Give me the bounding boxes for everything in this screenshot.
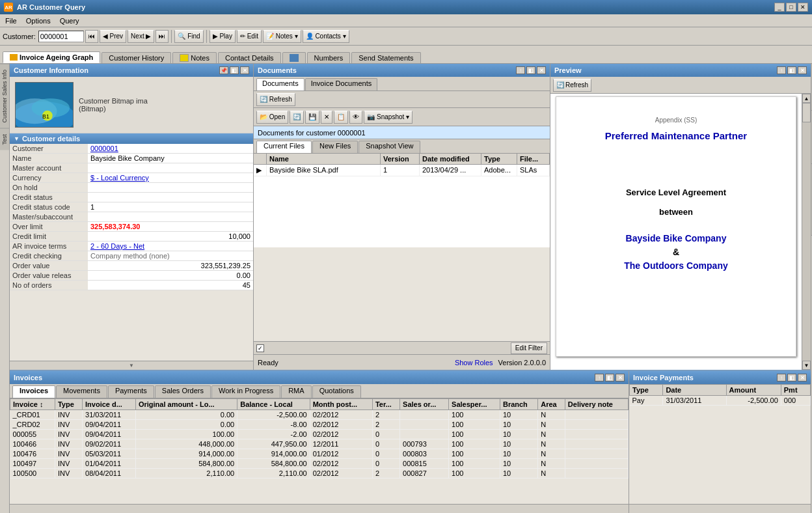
field-currency-value[interactable]: $ - Local Currency xyxy=(90,174,149,182)
inv-tab-movements[interactable]: Movements xyxy=(56,385,107,398)
doc-copy-button[interactable]: 📋 xyxy=(334,111,348,124)
invoices-header-controls[interactable]: ↑ ◧ ✕ xyxy=(595,374,625,381)
tab-invoice-ageing[interactable]: Invoice Ageing Graph xyxy=(3,51,100,63)
inv-col-area[interactable]: Area xyxy=(538,399,565,410)
panel-header-controls[interactable]: 📌 ◧ ✕ xyxy=(219,66,249,74)
edit-button[interactable]: ✏ Edit xyxy=(237,30,262,43)
inv-pay-col-date[interactable]: Date xyxy=(663,385,726,396)
scroll-track[interactable] xyxy=(802,103,811,361)
doc-subtab-snapshot[interactable]: Snapshot View xyxy=(359,141,420,153)
doc-delete-button[interactable]: ✕ xyxy=(321,111,332,124)
doc-snapshot-button[interactable]: 📷 Snapshot ▾ xyxy=(364,111,413,124)
inv-col-balance[interactable]: Balance - Local xyxy=(237,399,310,410)
menu-options[interactable]: Options xyxy=(23,16,53,25)
preview-scrollbar[interactable]: ▲ ▼ xyxy=(802,94,811,370)
inv-pay-float-button[interactable]: ◧ xyxy=(787,374,796,381)
tab-notes[interactable]: Notes xyxy=(172,52,217,63)
invoice-table-wrap[interactable]: Invoice ↕ Type Invoice d... Original amo… xyxy=(10,398,629,504)
play-button[interactable]: ▶ Play xyxy=(210,30,236,43)
doc-view-button[interactable]: 👁 xyxy=(349,111,362,124)
maximize-button[interactable]: □ xyxy=(786,3,796,12)
field-customer-value[interactable]: 0000001 xyxy=(90,145,118,152)
inv-col-terms[interactable]: Ter... xyxy=(372,399,399,410)
table-row[interactable]: 100466 INV 09/02/2011 448,000.00 447,950… xyxy=(10,439,629,449)
preview-scroll-content[interactable]: Appendix (SS) Preferred Maintenance Part… xyxy=(550,94,802,370)
invoice-horizontal-scrollbar[interactable] xyxy=(10,504,629,513)
preview-panel-controls[interactable]: ↑ ◧ ✕ xyxy=(777,66,807,74)
inv-tab-sales-orders[interactable]: Sales Orders xyxy=(155,385,211,398)
tab-numbers[interactable]: Numbers xyxy=(307,52,351,63)
doc-col-name[interactable]: Name xyxy=(267,154,381,164)
doc-panel-controls[interactable]: ↑ ◧ ✕ xyxy=(516,66,546,74)
doc-col-type[interactable]: Type xyxy=(481,154,517,164)
inv-pin-button[interactable]: ↑ xyxy=(595,374,604,381)
inv-tab-quotations[interactable]: Quotations xyxy=(312,385,361,398)
tab-send-statements[interactable]: Send Statements xyxy=(351,52,420,63)
scroll-up-arrow[interactable]: ▲ xyxy=(802,94,811,103)
doc-pin-button[interactable]: ↑ xyxy=(516,66,525,74)
doc-list-row[interactable]: ▶ Bayside Bike SLA.pdf 1 2013/04/29 ... … xyxy=(254,165,550,176)
nav-next-button[interactable]: Next ▶ xyxy=(128,30,154,43)
doc-refresh2-button[interactable]: 🔄 xyxy=(290,111,304,124)
inv-pay-col-amount[interactable]: Amount xyxy=(726,385,781,396)
doc-col-file[interactable]: File... xyxy=(517,154,550,164)
doc-col-date[interactable]: Date modified xyxy=(420,154,481,164)
close-button[interactable]: ✕ xyxy=(798,3,808,12)
inv-col-branch[interactable]: Branch xyxy=(500,399,537,410)
show-roles-button[interactable]: Show Roles xyxy=(455,359,493,367)
customer-scroll-bar[interactable]: ▼ xyxy=(10,361,253,370)
doc-tab-invoice-docs[interactable]: Invoice Documents xyxy=(305,78,378,90)
inv-col-invoice[interactable]: Invoice ↕ xyxy=(10,399,55,410)
customer-fields-scroll[interactable]: Customer 0000001 Name Bayside Bike Compa… xyxy=(10,144,253,361)
inv-tab-rma[interactable]: RMA xyxy=(281,385,311,398)
tab-contact-details[interactable]: Contact Details xyxy=(218,52,281,63)
window-controls[interactable]: _ □ ✕ xyxy=(774,3,808,12)
inv-col-month[interactable]: Month post... xyxy=(310,399,372,410)
inv-payments-controls[interactable]: ↑ ◧ ✕ xyxy=(777,374,807,381)
inv-payments-scrollbar[interactable] xyxy=(629,504,811,513)
nav-first-button[interactable]: ⏮ xyxy=(85,30,98,43)
inv-close-button[interactable]: ✕ xyxy=(616,374,625,381)
inv-float-button[interactable]: ◧ xyxy=(605,374,614,381)
table-row[interactable]: _CRD02 INV 09/04/2011 0.00 -8.00 02/2012… xyxy=(10,420,629,430)
doc-float-button[interactable]: ◧ xyxy=(526,66,535,74)
table-row[interactable]: 000055 INV 09/04/2011 100.00 -2.00 02/20… xyxy=(10,430,629,439)
notes-button[interactable]: 📝 Notes ▾ xyxy=(263,30,301,43)
vtab-test[interactable]: Test xyxy=(0,128,9,150)
preview-float-button[interactable]: ◧ xyxy=(787,66,796,74)
preview-refresh-button[interactable]: 🔄 Refresh xyxy=(553,79,591,92)
inv-tab-wip[interactable]: Work in Progress xyxy=(211,385,280,398)
preview-pin-button[interactable]: ↑ xyxy=(777,66,786,74)
inv-pay-pin-button[interactable]: ↑ xyxy=(777,374,786,381)
panel-pin-button[interactable]: 📌 xyxy=(219,66,228,74)
menu-query[interactable]: Query xyxy=(57,16,82,25)
table-row[interactable]: 100497 INV 01/04/2011 584,800.00 584,800… xyxy=(10,459,629,469)
table-row[interactable]: _CRD01 INV 31/03/2011 0.00 -2,500.00 02/… xyxy=(10,410,629,420)
tab-chart2[interactable] xyxy=(282,52,306,63)
preview-close-button[interactable]: ✕ xyxy=(798,66,807,74)
contacts-button[interactable]: 👤 Contacts ▾ xyxy=(303,30,349,43)
inv-pay-col-type[interactable]: Type xyxy=(630,385,663,396)
doc-refresh-button[interactable]: 🔄 Refresh xyxy=(256,93,295,106)
table-row[interactable]: 100500 INV 08/04/2011 2,110.00 2,110.00 … xyxy=(10,469,629,478)
customer-input[interactable] xyxy=(38,31,84,42)
doc-subtab-current[interactable]: Current Files xyxy=(256,141,312,153)
doc-open-button[interactable]: 📂 Open xyxy=(256,111,288,124)
doc-checkbox[interactable]: ✓ xyxy=(256,344,264,352)
doc-save-button[interactable]: 💾 xyxy=(305,111,319,124)
inv-payments-table-wrap[interactable]: Type Date Amount Pmt Pay 31/03/2011 -2,5… xyxy=(629,384,811,504)
minimize-button[interactable]: _ xyxy=(774,3,785,12)
doc-col-version[interactable]: Version xyxy=(381,154,420,164)
inv-col-sales-ord[interactable]: Sales or... xyxy=(400,399,449,410)
scroll-thumb[interactable] xyxy=(802,103,811,122)
doc-close-button[interactable]: ✕ xyxy=(537,66,546,74)
inv-pay-col-pmt[interactable]: Pmt xyxy=(781,385,810,396)
vtab-customer-sales[interactable]: Customer Sales Info xyxy=(0,64,9,128)
nav-last-button[interactable]: ⏭ xyxy=(156,30,169,43)
panel-float-button[interactable]: ◧ xyxy=(230,66,239,74)
inv-col-delivery[interactable]: Delivery note xyxy=(565,399,628,410)
scroll-down-arrow[interactable]: ▼ xyxy=(802,361,811,370)
inv-tab-payments[interactable]: Payments xyxy=(108,385,154,398)
inv-col-date[interactable]: Invoice d... xyxy=(83,399,136,410)
find-button[interactable]: 🔍 Find xyxy=(174,30,203,43)
